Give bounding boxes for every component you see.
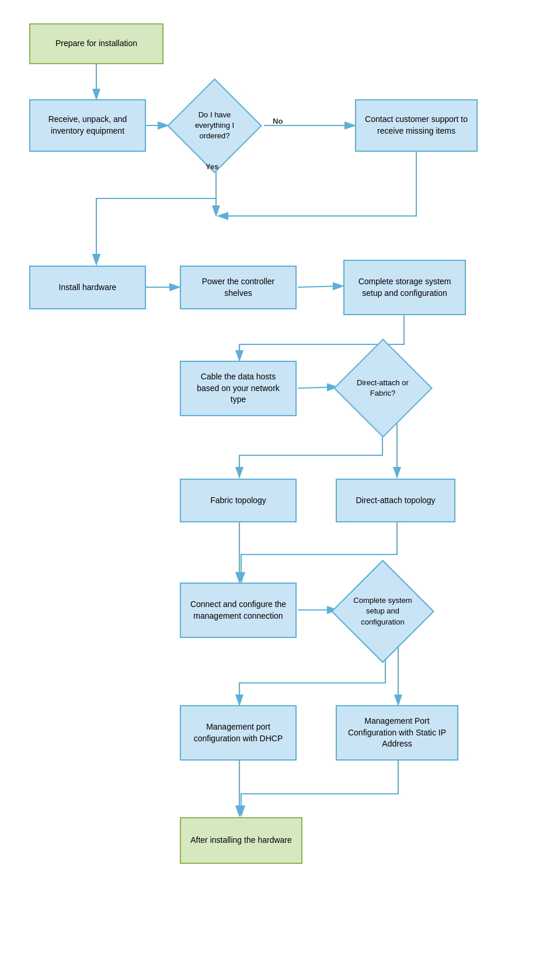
have-everything-diamond: Do I have everything I ordered? xyxy=(163,90,266,161)
power-controller-node: Power the controller shelves xyxy=(180,266,297,309)
mgmt-dhcp-label: Management port configuration with DHCP xyxy=(189,721,287,744)
mgmt-static-node: Management Port Configuration with Stati… xyxy=(336,705,458,761)
have-everything-label: Do I have everything I ordered? xyxy=(195,110,234,140)
yes-label: Yes xyxy=(206,162,218,171)
install-hardware-node: Install hardware xyxy=(29,266,146,309)
direct-or-fabric-diamond: Direct-attach or Fabric? xyxy=(332,350,434,426)
complete-setup-node: Complete storage system setup and config… xyxy=(343,260,466,315)
direct-topo-label: Direct-attach topology xyxy=(356,495,435,507)
direct-attach-topology-node: Direct-attach topology xyxy=(336,479,455,522)
after-install-label: After installing the hardware xyxy=(190,835,292,846)
receive-label: Receive, unpack, and inventory equipment xyxy=(39,114,137,137)
connect-mgmt-label: Connect and configure the management con… xyxy=(189,599,287,622)
prepare-label: Prepare for installation xyxy=(55,38,137,50)
complete-sys-setup-diamond: Complete system setup and configuration xyxy=(332,572,434,651)
direct-fabric-label: Direct-attach or Fabric? xyxy=(357,378,409,397)
fabric-topology-node: Fabric topology xyxy=(180,479,297,522)
contact-label: Contact customer support to receive miss… xyxy=(364,114,468,137)
after-installing-node: After installing the hardware xyxy=(180,817,302,864)
contact-support-node: Contact customer support to receive miss… xyxy=(355,99,478,152)
mgmt-dhcp-node: Management port configuration with DHCP xyxy=(180,705,297,761)
prepare-for-installation-node: Prepare for installation xyxy=(29,23,163,64)
no-label: No xyxy=(273,117,283,125)
install-label: Install hardware xyxy=(59,282,117,294)
power-label: Power the controller shelves xyxy=(189,276,287,299)
complete-setup-label: Complete storage system setup and config… xyxy=(353,276,457,299)
fabric-topo-label: Fabric topology xyxy=(210,495,266,507)
cable-label: Cable the data hosts based on your netwo… xyxy=(189,371,287,406)
complete-sys-label: Complete system setup and configuration xyxy=(353,596,412,626)
connect-mgmt-node: Connect and configure the management con… xyxy=(180,583,297,638)
svg-line-7 xyxy=(298,286,343,287)
receive-unpack-node: Receive, unpack, and inventory equipment xyxy=(29,99,146,152)
cable-data-hosts-node: Cable the data hosts based on your netwo… xyxy=(180,361,297,416)
flowchart: Prepare for installation Receive, unpack… xyxy=(0,0,543,980)
mgmt-static-label: Management Port Configuration with Stati… xyxy=(345,716,449,750)
